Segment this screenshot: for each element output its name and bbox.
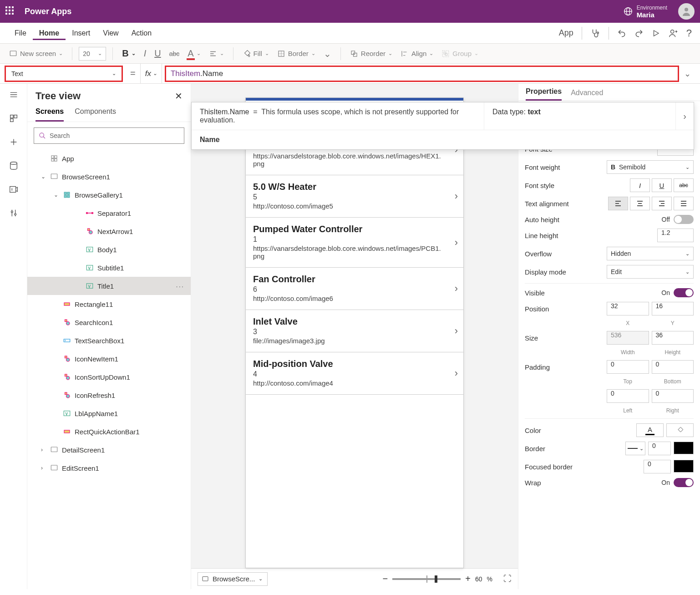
prop-pad-top-input[interactable]: 0 <box>607 360 649 374</box>
font-size-input[interactable]: 20⌄ <box>79 47 106 61</box>
chevron-right-icon[interactable]: › <box>455 367 458 379</box>
prop-overflow-select[interactable]: Hidden⌄ <box>607 247 694 260</box>
share-icon[interactable] <box>668 28 678 38</box>
gallery-item[interactable]: Fan Controller6http://contoso.com/image6… <box>246 268 463 310</box>
tree-item[interactable]: ⌄BrowseScreen1 <box>27 168 191 186</box>
align-left-button[interactable] <box>608 197 628 210</box>
menu-action[interactable]: Action <box>125 26 158 40</box>
property-selector[interactable]: Text⌄ <box>5 66 123 82</box>
tab-screens[interactable]: Screens <box>36 107 64 122</box>
hamburger-icon[interactable] <box>8 89 19 100</box>
formula-expand-button[interactable]: ⌄ <box>679 69 695 79</box>
tree-item[interactable]: LblAppName1 <box>27 404 191 422</box>
gallery-item[interactable]: Mid-position Valve4http://contoso.com/im… <box>246 352 463 395</box>
align-menu-button[interactable]: Align⌄ <box>398 48 436 60</box>
prop-width-input[interactable]: 536 <box>607 331 649 345</box>
prop-pad-right-input[interactable]: 0 <box>652 389 694 403</box>
tree-item[interactable]: TextSearchBox1 <box>27 331 191 350</box>
chevron-right-icon[interactable]: › <box>455 237 458 249</box>
strike-button[interactable]: abc <box>167 48 183 59</box>
chevron-right-icon[interactable]: › <box>455 283 458 295</box>
prop-pad-bottom-input[interactable]: 0 <box>652 360 694 374</box>
align-right-button[interactable] <box>652 197 672 210</box>
prop-x-input[interactable]: 32 <box>607 302 649 315</box>
border-button[interactable]: Border⌄ <box>274 48 318 60</box>
redo-icon[interactable] <box>634 29 644 38</box>
focused-color-swatch[interactable] <box>674 460 694 473</box>
visible-toggle[interactable] <box>674 288 694 297</box>
tree-item[interactable]: Title1··· <box>27 277 191 295</box>
border-style-select[interactable]: ⌄ <box>625 442 645 455</box>
align-button[interactable]: ⌄ <box>206 48 227 60</box>
tree-item[interactable]: Separator1 <box>27 204 191 222</box>
tree-item[interactable]: RectQuickActionBar1 <box>27 422 191 441</box>
stethoscope-icon[interactable] <box>590 28 600 38</box>
tree-search-input[interactable]: Search <box>34 127 184 144</box>
data-icon[interactable] <box>8 160 19 171</box>
waffle-icon[interactable] <box>5 6 15 16</box>
prop-weight-select[interactable]: B Semibold⌄ <box>607 160 694 174</box>
zoom-out-button[interactable]: − <box>383 574 388 584</box>
fill-color-button[interactable] <box>666 423 694 437</box>
gallery-item[interactable]: 5.0 W/S Heater5http://contoso.com/image5… <box>246 175 463 218</box>
menu-insert[interactable]: Insert <box>66 26 96 40</box>
formula-input[interactable]: ThisItem.Name <box>165 66 679 82</box>
menu-view[interactable]: View <box>96 26 125 40</box>
tree-item[interactable]: Rectangle11 <box>27 295 191 313</box>
autoheight-toggle[interactable] <box>674 215 694 224</box>
more-formatting-button[interactable]: ⌄ <box>321 46 334 61</box>
prop-y-input[interactable]: 16 <box>652 302 694 315</box>
menu-home[interactable]: Home <box>33 26 66 40</box>
strike-toggle[interactable]: abc <box>674 178 694 192</box>
insert-icon[interactable] <box>8 137 19 147</box>
tree-item[interactable]: ›EditScreen1 <box>27 459 191 477</box>
prop-height-input[interactable]: 36 <box>652 331 694 345</box>
border-width-input[interactable]: 0 <box>648 442 671 455</box>
fx-button[interactable]: fx⌄ <box>140 64 162 83</box>
chevron-right-icon[interactable]: › <box>455 190 458 202</box>
fill-button[interactable]: Fill⌄ <box>240 48 272 60</box>
tab-advanced[interactable]: Advanced <box>571 89 603 101</box>
tab-components[interactable]: Components <box>75 107 116 122</box>
intelli-next-button[interactable]: › <box>675 102 694 130</box>
more-icon[interactable]: ··· <box>176 282 184 290</box>
tab-properties[interactable]: Properties <box>526 87 562 101</box>
tree-item[interactable]: IconRefresh1 <box>27 386 191 404</box>
underline-button[interactable]: U <box>152 46 163 61</box>
help-icon[interactable]: ? <box>686 27 692 39</box>
italic-button[interactable]: I <box>141 46 149 61</box>
tree-item[interactable]: ›DetailScreen1 <box>27 441 191 459</box>
tree-item[interactable]: Body1 <box>27 240 191 259</box>
gallery-item[interactable]: Pumped Water Controller1https://vanarsde… <box>246 218 463 268</box>
app-checker-label[interactable]: App <box>559 28 573 38</box>
zoom-slider[interactable] <box>392 578 461 580</box>
prop-lineheight-input[interactable]: 1.2 <box>657 229 694 242</box>
zoom-in-button[interactable]: + <box>465 574 471 584</box>
tree-item[interactable]: SearchIcon1 <box>27 313 191 331</box>
bold-button[interactable]: B ⌄ <box>119 46 138 61</box>
tree-item[interactable]: Subtitle1 <box>27 259 191 277</box>
reorder-button[interactable]: Reorder⌄ <box>347 48 395 60</box>
align-justify-button[interactable] <box>674 197 694 210</box>
environment-picker[interactable]: Environment Maria <box>623 5 667 19</box>
wrap-toggle[interactable] <box>674 478 694 487</box>
chevron-right-icon[interactable]: › <box>455 325 458 337</box>
tree-view-icon[interactable] <box>8 113 19 124</box>
tree-item[interactable]: IconSortUpDown1 <box>27 368 191 386</box>
align-center-button[interactable] <box>630 197 650 210</box>
tree-item[interactable]: App <box>27 149 191 168</box>
advanced-tools-icon[interactable] <box>8 208 19 219</box>
media-icon[interactable] <box>8 184 19 195</box>
gallery-item[interactable]: Inlet Valve3file://images/image3.jpg› <box>246 310 463 352</box>
group-button[interactable]: Group⌄ <box>439 48 481 60</box>
prop-displaymode-select[interactable]: Edit⌄ <box>607 265 694 279</box>
fit-to-screen-icon[interactable]: ⛶ <box>503 574 512 584</box>
play-icon[interactable] <box>652 29 660 37</box>
text-color-button[interactable]: A <box>636 423 664 437</box>
tree-item[interactable]: IconNewItem1 <box>27 350 191 368</box>
avatar[interactable] <box>678 3 695 20</box>
underline-toggle[interactable]: U <box>652 178 672 192</box>
tree-item[interactable]: NextArrow1 <box>27 222 191 240</box>
tree-item[interactable]: ⌄BrowseGallery1 <box>27 186 191 204</box>
screen-selector[interactable]: BrowseScre...⌄ <box>198 572 268 586</box>
